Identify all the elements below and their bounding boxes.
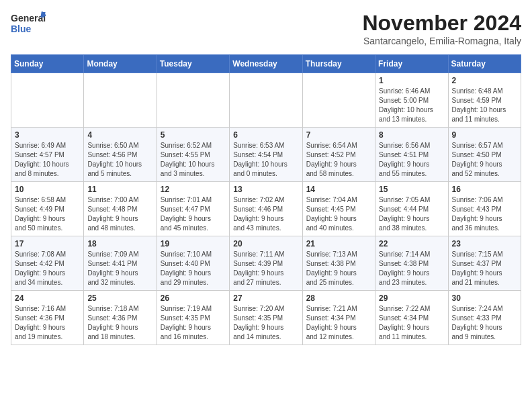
- calendar-cell: 11Sunrise: 7:00 AM Sunset: 4:48 PM Dayli…: [84, 182, 157, 236]
- month-title: November 2024: [362, 11, 521, 36]
- day-info: Sunrise: 7:13 AM Sunset: 4:38 PM Dayligh…: [306, 250, 371, 287]
- day-number: 7: [306, 130, 371, 140]
- day-number: 23: [452, 239, 517, 248]
- calendar-cell: 8Sunrise: 6:56 AM Sunset: 4:51 PM Daylig…: [375, 128, 448, 182]
- day-number: 26: [161, 293, 226, 303]
- day-number: 9: [452, 130, 517, 140]
- day-info: Sunrise: 7:00 AM Sunset: 4:48 PM Dayligh…: [87, 195, 152, 233]
- calendar-cell: 14Sunrise: 7:04 AM Sunset: 4:45 PM Dayli…: [302, 182, 375, 236]
- header-friday: Friday: [375, 55, 448, 73]
- day-number: 15: [379, 185, 444, 194]
- logo-svg: General Blue: [11, 11, 46, 38]
- calendar-cell: 27Sunrise: 7:20 AM Sunset: 4:35 PM Dayli…: [230, 291, 302, 345]
- header-wednesday: Wednesday: [230, 55, 302, 73]
- calendar-cell: 22Sunrise: 7:14 AM Sunset: 4:38 PM Dayli…: [375, 236, 448, 291]
- calendar-cell: 16Sunrise: 7:06 AM Sunset: 4:43 PM Dayli…: [448, 182, 521, 236]
- day-info: Sunrise: 7:02 AM Sunset: 4:46 PM Dayligh…: [233, 195, 298, 233]
- day-info: Sunrise: 7:01 AM Sunset: 4:47 PM Dayligh…: [161, 195, 226, 233]
- calendar-cell: 26Sunrise: 7:19 AM Sunset: 4:35 PM Dayli…: [157, 291, 229, 345]
- day-info: Sunrise: 7:09 AM Sunset: 4:41 PM Dayligh…: [87, 250, 152, 287]
- day-number: 21: [306, 239, 371, 248]
- location-subtitle: Santarcangelo, Emilia-Romagna, Italy: [362, 36, 521, 46]
- day-info: Sunrise: 7:22 AM Sunset: 4:34 PM Dayligh…: [379, 304, 444, 342]
- day-info: Sunrise: 6:50 AM Sunset: 4:56 PM Dayligh…: [87, 141, 152, 179]
- calendar-cell: 2Sunrise: 6:48 AM Sunset: 4:59 PM Daylig…: [448, 73, 521, 128]
- calendar-cell: 20Sunrise: 7:11 AM Sunset: 4:39 PM Dayli…: [230, 236, 302, 291]
- day-info: Sunrise: 6:57 AM Sunset: 4:50 PM Dayligh…: [452, 141, 517, 179]
- day-number: 29: [379, 293, 444, 303]
- day-info: Sunrise: 6:54 AM Sunset: 4:52 PM Dayligh…: [306, 141, 371, 179]
- day-number: 25: [87, 293, 152, 303]
- day-info: Sunrise: 6:52 AM Sunset: 4:55 PM Dayligh…: [161, 141, 226, 179]
- header-sunday: Sunday: [11, 55, 84, 73]
- day-number: 30: [452, 293, 517, 303]
- header-monday: Monday: [84, 55, 157, 73]
- day-number: 4: [87, 130, 152, 140]
- calendar-cell: 13Sunrise: 7:02 AM Sunset: 4:46 PM Dayli…: [230, 182, 302, 236]
- day-info: Sunrise: 7:20 AM Sunset: 4:35 PM Dayligh…: [233, 304, 298, 342]
- calendar-cell: [157, 73, 229, 128]
- calendar-cell: 4Sunrise: 6:50 AM Sunset: 4:56 PM Daylig…: [84, 128, 157, 182]
- day-number: 8: [379, 130, 444, 140]
- day-number: 16: [452, 185, 517, 194]
- calendar-cell: [302, 73, 375, 128]
- day-number: 13: [233, 185, 298, 194]
- day-info: Sunrise: 7:06 AM Sunset: 4:43 PM Dayligh…: [452, 195, 517, 233]
- calendar-cell: 15Sunrise: 7:05 AM Sunset: 4:44 PM Dayli…: [375, 182, 448, 236]
- header-thursday: Thursday: [302, 55, 375, 73]
- title-block: November 2024 Santarcangelo, Emilia-Roma…: [362, 11, 521, 46]
- day-info: Sunrise: 6:49 AM Sunset: 4:57 PM Dayligh…: [15, 141, 80, 179]
- day-info: Sunrise: 7:11 AM Sunset: 4:39 PM Dayligh…: [233, 250, 298, 287]
- day-info: Sunrise: 7:16 AM Sunset: 4:36 PM Dayligh…: [15, 304, 80, 342]
- calendar-cell: 18Sunrise: 7:09 AM Sunset: 4:41 PM Dayli…: [84, 236, 157, 291]
- calendar-cell: 28Sunrise: 7:21 AM Sunset: 4:34 PM Dayli…: [302, 291, 375, 345]
- calendar-cell: 21Sunrise: 7:13 AM Sunset: 4:38 PM Dayli…: [302, 236, 375, 291]
- day-number: 6: [233, 130, 298, 140]
- svg-text:Blue: Blue: [11, 24, 32, 34]
- logo: General Blue: [11, 11, 46, 38]
- calendar-cell: 6Sunrise: 6:53 AM Sunset: 4:54 PM Daylig…: [230, 128, 302, 182]
- day-number: 2: [452, 76, 517, 85]
- calendar-cell: [84, 73, 157, 128]
- calendar-cell: 5Sunrise: 6:52 AM Sunset: 4:55 PM Daylig…: [157, 128, 229, 182]
- day-info: Sunrise: 7:21 AM Sunset: 4:34 PM Dayligh…: [306, 304, 371, 342]
- day-info: Sunrise: 7:19 AM Sunset: 4:35 PM Dayligh…: [161, 304, 226, 342]
- day-info: Sunrise: 6:48 AM Sunset: 4:59 PM Dayligh…: [452, 87, 517, 124]
- day-number: 12: [161, 185, 226, 194]
- day-number: 24: [15, 293, 80, 303]
- day-info: Sunrise: 6:58 AM Sunset: 4:49 PM Dayligh…: [15, 195, 80, 233]
- day-info: Sunrise: 7:15 AM Sunset: 4:37 PM Dayligh…: [452, 250, 517, 287]
- day-info: Sunrise: 7:18 AM Sunset: 4:36 PM Dayligh…: [87, 304, 152, 342]
- day-number: 14: [306, 185, 371, 194]
- day-info: Sunrise: 7:08 AM Sunset: 4:42 PM Dayligh…: [15, 250, 80, 287]
- page-header: General Blue November 2024 Santarcangelo…: [11, 11, 521, 46]
- calendar-table: SundayMondayTuesdayWednesdayThursdayFrid…: [11, 54, 521, 345]
- calendar-cell: 23Sunrise: 7:15 AM Sunset: 4:37 PM Dayli…: [448, 236, 521, 291]
- calendar-cell: 29Sunrise: 7:22 AM Sunset: 4:34 PM Dayli…: [375, 291, 448, 345]
- day-info: Sunrise: 7:04 AM Sunset: 4:45 PM Dayligh…: [306, 195, 371, 233]
- day-number: 17: [15, 239, 80, 248]
- calendar-cell: 24Sunrise: 7:16 AM Sunset: 4:36 PM Dayli…: [11, 291, 84, 345]
- calendar-cell: 17Sunrise: 7:08 AM Sunset: 4:42 PM Dayli…: [11, 236, 84, 291]
- header-saturday: Saturday: [448, 55, 521, 73]
- calendar-cell: 7Sunrise: 6:54 AM Sunset: 4:52 PM Daylig…: [302, 128, 375, 182]
- day-info: Sunrise: 6:46 AM Sunset: 5:00 PM Dayligh…: [379, 87, 444, 124]
- day-info: Sunrise: 6:56 AM Sunset: 4:51 PM Dayligh…: [379, 141, 444, 179]
- day-number: 28: [306, 293, 371, 303]
- day-info: Sunrise: 7:10 AM Sunset: 4:40 PM Dayligh…: [161, 250, 226, 287]
- day-number: 20: [233, 239, 298, 248]
- day-number: 22: [379, 239, 444, 248]
- calendar-cell: 30Sunrise: 7:24 AM Sunset: 4:33 PM Dayli…: [448, 291, 521, 345]
- day-number: 5: [161, 130, 226, 140]
- day-info: Sunrise: 7:05 AM Sunset: 4:44 PM Dayligh…: [379, 195, 444, 233]
- svg-text:General: General: [11, 13, 46, 24]
- calendar-cell: 19Sunrise: 7:10 AM Sunset: 4:40 PM Dayli…: [157, 236, 229, 291]
- calendar-cell: [11, 73, 84, 128]
- day-info: Sunrise: 7:24 AM Sunset: 4:33 PM Dayligh…: [452, 304, 517, 342]
- day-info: Sunrise: 6:53 AM Sunset: 4:54 PM Dayligh…: [233, 141, 298, 179]
- calendar-cell: [230, 73, 302, 128]
- calendar-cell: 12Sunrise: 7:01 AM Sunset: 4:47 PM Dayli…: [157, 182, 229, 236]
- header-tuesday: Tuesday: [157, 55, 229, 73]
- day-number: 11: [87, 185, 152, 194]
- day-number: 27: [233, 293, 298, 303]
